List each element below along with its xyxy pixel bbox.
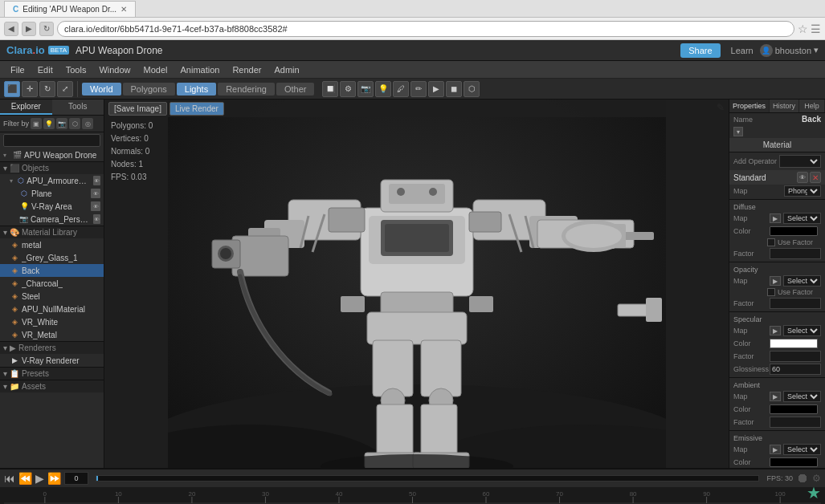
tb-btn-7[interactable]: ▶ [428,81,444,97]
tools-tab[interactable]: Tools [52,100,104,115]
tab-close-btn[interactable]: ✕ [120,5,127,14]
renderers-section-header[interactable]: ▾ ▶ Renderers [0,341,104,354]
user-menu[interactable]: 👤 bhouston ▾ [760,44,819,57]
tree-item-vr-metal[interactable]: ◈ VR_Metal [0,328,104,341]
active-tab[interactable]: C Editing 'APU Weapon Dr... ✕ [4,1,136,17]
menu-admin[interactable]: Admin [268,63,305,76]
address-bar[interactable]: clara.io/editor/6bb5471d-9e71-4cef-b37a-… [57,21,794,37]
other-tab[interactable]: Other [276,83,315,96]
collapse-btn[interactable]: ▾ [733,127,743,136]
tb-btn-1[interactable]: 🔲 [322,81,338,97]
tree-item-null-material[interactable]: ◈ APU_NullMaterial [0,303,104,315]
emissive-color-swatch[interactable] [770,457,818,467]
tree-item-plane[interactable]: ⬡ Plane 👁 [0,187,104,200]
opacity-map-select[interactable]: Select Image [783,275,821,287]
menu-tools[interactable]: Tools [59,63,93,76]
ambient-map-select[interactable]: Select Image [783,391,821,402]
armoured-vis-icon[interactable]: 👁 [93,176,100,185]
search-input[interactable] [3,134,100,147]
tb-btn-2[interactable]: ⚙ [340,81,356,97]
opacity-factor-input[interactable] [770,298,821,309]
diffuse-map-arrow-btn[interactable]: ▶ [770,213,781,223]
go-start-btn[interactable]: ⏮ [4,472,15,485]
lights-tab[interactable]: Lights [177,83,216,96]
tree-item-metal[interactable]: ◈ metal [0,238,104,251]
tree-item-vr-white[interactable]: ◈ VR_White [0,315,104,328]
tb-btn-8[interactable]: ◼ [446,81,462,97]
ambient-color-swatch[interactable] [770,404,818,414]
learn-button[interactable]: Learn [731,46,754,55]
specular-color-swatch[interactable] [770,339,818,348]
ambient-map-arrow-btn[interactable]: ▶ [770,392,781,401]
tree-item-back[interactable]: ◈ Back [0,264,104,277]
filter-icon-5[interactable]: ◎ [82,118,93,129]
tb-btn-9[interactable]: ⬡ [464,81,480,97]
step-back-btn[interactable]: ⏪ [18,472,32,485]
material-library-section-header[interactable]: ▾ 🎨 Material Library [0,226,104,238]
presets-section-header[interactable]: ▾ 📋 Presets [0,367,104,380]
timeline-track[interactable] [96,475,759,482]
tree-item-armoured[interactable]: ▾ ⬡ APU_Armoured_Pers... 👁 [0,174,104,187]
scale-tool-btn[interactable]: ⤢ [57,81,73,97]
emissive-map-select[interactable]: Select Image [783,444,821,455]
share-button[interactable]: Share [680,43,720,58]
play-btn[interactable]: ▶ [35,472,44,485]
tree-item-camera[interactable]: 📷 Camera_Perspective3 👁 [0,213,104,226]
ambient-factor-input[interactable] [770,417,821,428]
diffuse-color-swatch[interactable] [770,226,818,236]
tb-btn-6[interactable]: ✏ [410,81,427,97]
vp-save-image-btn[interactable]: [Save Image] [108,102,167,116]
record-btn[interactable]: ⏺ [796,471,809,486]
tree-root[interactable]: ▾ 🎬 APU Weapon Drone [0,148,104,161]
forward-btn[interactable]: ▶ [22,22,36,36]
explorer-tab[interactable]: Explorer [0,100,52,115]
specular-map-select[interactable]: Select Image [783,325,821,336]
help-tab[interactable]: Help [799,100,825,112]
specular-factor-input[interactable] [770,351,821,362]
back-btn[interactable]: ◀ [4,22,18,36]
menu-model[interactable]: Model [137,63,174,76]
standard-eye-icon[interactable]: 👁 [797,172,808,183]
specular-map-arrow-btn[interactable]: ▶ [770,326,781,335]
filter-icon-2[interactable]: 💡 [43,118,55,129]
properties-tab[interactable]: Properties [729,100,770,112]
tree-item-vray-renderer[interactable]: ▶ V-Ray Renderer [0,354,104,367]
plane-vis-icon[interactable]: 👁 [91,189,100,198]
timeline-settings-btn[interactable]: ⚙ [812,473,821,484]
opacity-map-arrow-btn[interactable]: ▶ [770,276,781,286]
emissive-map-arrow-btn[interactable]: ▶ [770,445,781,454]
filter-icon-3[interactable]: 📷 [56,118,67,129]
tree-item-charcoal[interactable]: ◈ _Charcoal_ [0,277,104,290]
material-type-select[interactable]: Phong [784,185,821,197]
opacity-use-factor-check[interactable] [767,288,775,296]
history-tab[interactable]: History [770,100,799,112]
reload-btn[interactable]: ↻ [39,22,54,36]
select-tool-btn[interactable]: ⬛ [4,81,20,97]
objects-section-header[interactable]: ▾ ⬛ Objects [0,161,104,174]
rotate-tool-btn[interactable]: ↻ [39,81,55,97]
diffuse-use-factor-check[interactable] [767,238,775,246]
tb-btn-4[interactable]: 💡 [375,81,391,97]
current-time-input[interactable] [64,472,88,485]
bookmark-icon[interactable]: ☆ [798,22,808,35]
menu-animation[interactable]: Animation [174,63,226,76]
move-tool-btn[interactable]: ✛ [22,81,38,97]
timeline-ruler[interactable]: 0 10 20 30 40 50 60 70 80 [0,487,825,504]
menu-render[interactable]: Render [226,63,268,76]
filter-icon-4[interactable]: ⬡ [69,118,80,129]
menu-window[interactable]: Window [92,63,137,76]
step-fwd-btn[interactable]: ⏩ [47,472,61,485]
vp-live-render-btn[interactable]: Live Render [169,102,224,116]
vray-vis-icon[interactable]: 👁 [91,201,100,211]
tb-btn-5[interactable]: 🖊 [393,81,409,97]
diffuse-map-select[interactable]: Select Image [783,213,821,224]
world-tab[interactable]: World [82,83,121,96]
add-operator-select[interactable] [779,155,821,168]
tb-btn-3[interactable]: 📷 [357,81,374,97]
menu-file[interactable]: File [4,63,31,76]
tree-item-vray-area[interactable]: 💡 V-Ray Area 👁 [0,200,104,213]
tree-item-grey-glass[interactable]: ◈ _Grey_Glass_1 [0,251,104,264]
rendering-tab[interactable]: Rendering [218,83,275,96]
filter-icon-1[interactable]: ▣ [31,118,42,129]
standard-close-icon[interactable]: ✕ [810,172,821,183]
